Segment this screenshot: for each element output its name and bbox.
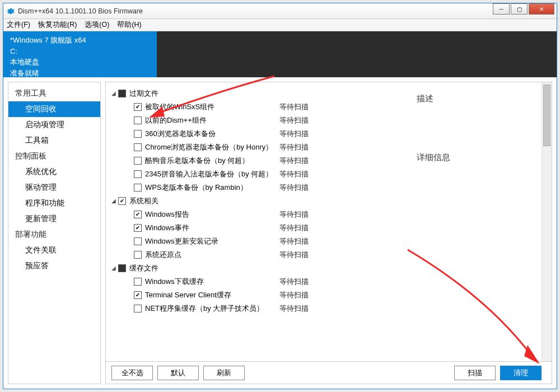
tree-item[interactable]: Windows事件等待扫描 [111, 221, 539, 235]
scrollbar-thumb[interactable] [543, 85, 550, 146]
close-button[interactable]: ✕ [529, 3, 554, 15]
sidebar: 常用工具空间回收启动项管理工具箱控制面板系统优化驱动管理程序和功能更新管理部署功… [8, 82, 101, 384]
item-status: 等待扫描 [279, 290, 309, 300]
menu-recover[interactable]: 恢复功能(R) [38, 20, 77, 30]
info-drive: C: [10, 46, 150, 57]
scan-button[interactable]: 扫描 [454, 366, 496, 380]
item-checkbox[interactable] [134, 278, 142, 286]
item-label: WPS老版本备份（by Rambin） [145, 183, 279, 193]
info-os: *Windows 7 旗舰版 x64 [10, 35, 150, 46]
item-status: 等待扫描 [279, 142, 309, 152]
item-checkbox[interactable] [134, 237, 142, 245]
info-dark-area [157, 31, 557, 77]
category-checkbox[interactable] [118, 264, 126, 272]
detail-heading: 详细信息 [417, 152, 479, 163]
item-checkbox[interactable] [134, 291, 142, 299]
tree-item[interactable]: 系统还原点等待扫描 [111, 248, 539, 262]
item-label: 以前的Dism++组件 [145, 115, 279, 125]
footer: 全不选 默认 刷新 扫描 清理 [106, 361, 552, 384]
sidebar-group: 控制面板 [8, 148, 100, 164]
minimize-button[interactable]: ─ [493, 3, 510, 15]
sidebar-item[interactable]: 工具箱 [8, 133, 100, 148]
item-label: 酷狗音乐老版本备份（by 何超） [145, 156, 279, 166]
tree-item[interactable]: Windows报告等待扫描 [111, 208, 539, 221]
refresh-button[interactable]: 刷新 [203, 366, 245, 380]
item-label: 被取代的WinSxS组件 [145, 102, 279, 112]
menu-options[interactable]: 选项(O) [85, 20, 109, 30]
system-info-band: *Windows 7 旗舰版 x64 C: 本地硬盘 准备就绪 [3, 31, 557, 77]
select-none-button[interactable]: 全不选 [111, 366, 153, 380]
caret-icon: ◢ [111, 265, 118, 271]
item-checkbox[interactable] [134, 103, 142, 111]
tree-item[interactable]: NET程序集缓存（by 大胖子技术员）等待扫描 [111, 302, 539, 315]
item-label: Chrome浏览器老版本备份（by Honry） [145, 142, 279, 152]
tree-item[interactable]: Terminal Server Client缓存等待扫描 [111, 288, 539, 302]
sidebar-item[interactable]: 启动项管理 [8, 117, 100, 133]
item-status: 等待扫描 [279, 115, 309, 125]
item-status: 等待扫描 [279, 236, 309, 246]
item-label: Windows下载缓存 [145, 277, 279, 287]
item-checkbox[interactable] [134, 130, 142, 138]
item-status: 等待扫描 [279, 183, 309, 193]
sidebar-group: 常用工具 [8, 86, 100, 101]
tree-item[interactable]: WPS老版本备份（by Rambin）等待扫描 [111, 181, 539, 194]
item-checkbox[interactable] [134, 184, 142, 192]
scrollbar[interactable] [542, 82, 552, 361]
category-label: 系统相关 [129, 196, 158, 206]
app-icon [6, 7, 15, 16]
item-status: 等待扫描 [279, 277, 309, 287]
sidebar-item[interactable]: 系统优化 [8, 164, 100, 180]
tree-item[interactable]: Windows下载缓存等待扫描 [111, 275, 539, 288]
item-label: 系统还原点 [145, 250, 279, 260]
item-checkbox[interactable] [134, 170, 142, 178]
item-label: 360浏览器老版本备份 [145, 129, 279, 139]
caret-icon: ◢ [111, 198, 118, 204]
category-label: 过期文件 [129, 88, 158, 99]
item-checkbox[interactable] [134, 143, 142, 151]
sidebar-item[interactable]: 空间回收 [8, 101, 100, 117]
clean-button[interactable]: 清理 [500, 366, 542, 380]
category-label: 缓存文件 [129, 263, 158, 273]
sidebar-item[interactable]: 驱动管理 [8, 180, 100, 195]
item-label: Windows报告 [145, 209, 279, 220]
sidebar-item[interactable]: 预应答 [8, 258, 100, 274]
sidebar-item[interactable]: 文件关联 [8, 242, 100, 258]
item-label: NET程序集缓存（by 大胖子技术员） [145, 304, 279, 314]
default-button[interactable]: 默认 [157, 366, 199, 380]
item-checkbox[interactable] [134, 251, 142, 259]
item-status: 等待扫描 [279, 223, 309, 233]
item-label: Windows事件 [145, 223, 279, 233]
item-checkbox[interactable] [134, 116, 142, 124]
maximize-button[interactable]: ▢ [511, 3, 528, 15]
tree-category[interactable]: ◢缓存文件 [111, 262, 539, 275]
menu-help[interactable]: 帮助(H) [117, 20, 141, 30]
right-panel: 描述 详细信息 [417, 94, 479, 163]
item-status: 等待扫描 [279, 169, 309, 179]
main-panel: ◢过期文件被取代的WinSxS组件等待扫描以前的Dism++组件等待扫描360浏… [105, 82, 552, 384]
description-heading: 描述 [417, 94, 479, 104]
sidebar-item[interactable]: 更新管理 [8, 211, 100, 227]
tree-category[interactable]: ◢系统相关 [111, 194, 539, 208]
item-checkbox[interactable] [134, 157, 142, 165]
tree-item[interactable]: Windows更新安装记录等待扫描 [111, 235, 539, 248]
item-status: 等待扫描 [279, 102, 309, 112]
item-status: 等待扫描 [279, 209, 309, 220]
item-status: 等待扫描 [279, 156, 309, 166]
item-status: 等待扫描 [279, 304, 309, 314]
sidebar-item[interactable]: 程序和功能 [8, 195, 100, 211]
item-status: 等待扫描 [279, 250, 309, 260]
menu-file[interactable]: 文件(F) [7, 20, 30, 30]
item-checkbox[interactable] [134, 211, 142, 218]
tree-item[interactable]: 2345拼音输入法老版本备份（by 何超）等待扫描 [111, 167, 539, 181]
caret-icon: ◢ [111, 90, 118, 96]
window-title: Dism++x64 10.1.1001.10 Bios Firmware [18, 7, 492, 15]
item-label: Windows更新安装记录 [145, 236, 279, 246]
menubar: 文件(F) 恢复功能(R) 选项(O) 帮助(H) [3, 19, 557, 31]
item-status: 等待扫描 [279, 129, 309, 139]
item-label: Terminal Server Client缓存 [145, 290, 279, 300]
item-checkbox[interactable] [134, 305, 142, 312]
category-checkbox[interactable] [118, 90, 126, 97]
category-checkbox[interactable] [118, 197, 126, 205]
item-checkbox[interactable] [134, 224, 142, 232]
info-disk: 本地硬盘 [10, 57, 150, 68]
